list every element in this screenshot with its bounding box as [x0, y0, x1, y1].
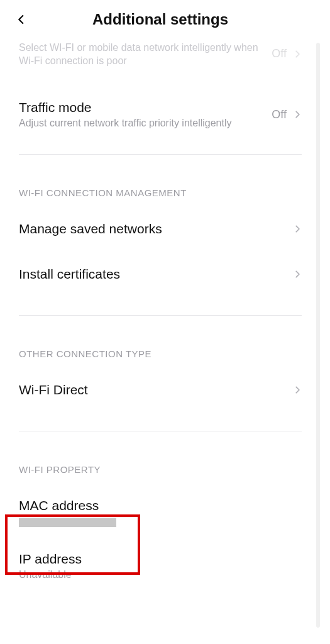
mac-address-redacted — [19, 518, 116, 527]
traffic-mode-title: Traffic mode — [19, 99, 264, 116]
mac-address-title: MAC address — [19, 497, 294, 514]
scrollbar[interactable] — [316, 43, 320, 628]
ip-address-value: Unavailable — [19, 569, 294, 582]
chevron-right-icon — [293, 386, 302, 394]
row-traffic-mode[interactable]: Traffic mode Adjust current network traf… — [0, 70, 321, 142]
row-install-certificates[interactable]: Install certificates — [0, 248, 321, 294]
chevron-right-icon — [293, 50, 302, 58]
row-intelligent-network[interactable]: Select WI-FI or mobile data network inte… — [0, 39, 321, 70]
chevron-right-icon — [293, 225, 302, 233]
row-wifi-direct[interactable]: Wi-Fi Direct — [0, 364, 321, 409]
wifi-direct-title: Wi-Fi Direct — [19, 382, 285, 398]
install-certificates-title: Install certificates — [19, 266, 285, 282]
section-wifi-conn-mgmt: WI-FI CONNECTION MANAGEMENT — [0, 155, 321, 203]
traffic-mode-value: Off — [272, 108, 287, 121]
manage-networks-title: Manage saved networks — [19, 221, 285, 237]
intelligent-network-sub: Select WI-FI or mobile data network inte… — [19, 42, 264, 68]
row-mac-address[interactable]: MAC address — [0, 480, 321, 531]
section-wifi-property: WI-FI PROPERTY — [0, 431, 321, 480]
section-other-conn: OTHER CONNECTION TYPE — [0, 316, 321, 364]
chevron-right-icon — [293, 110, 302, 119]
row-manage-networks[interactable]: Manage saved networks — [0, 203, 321, 248]
header: Additional settings — [0, 0, 321, 39]
chevron-right-icon — [293, 270, 302, 279]
ip-address-title: IP address — [19, 551, 294, 567]
intelligent-network-value: Off — [272, 47, 287, 60]
page-title: Additional settings — [13, 11, 308, 28]
traffic-mode-sub: Adjust current network traffic priority … — [19, 117, 264, 130]
row-ip-address[interactable]: IP address Unavailable — [0, 532, 321, 587]
